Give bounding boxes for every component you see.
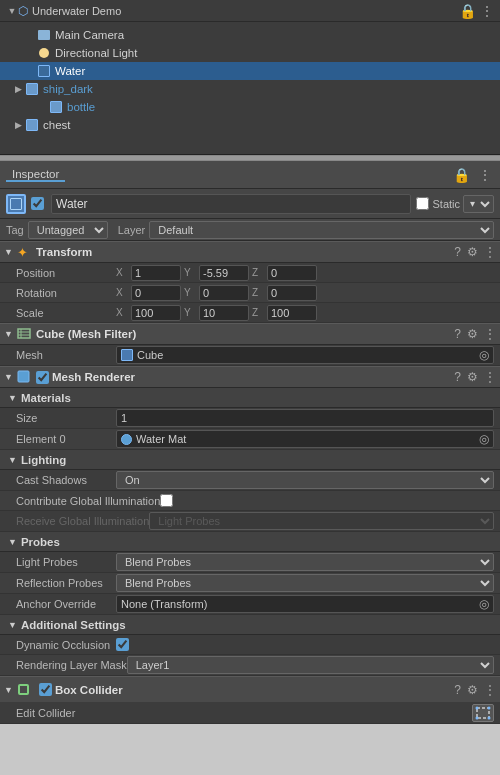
edit-collider-button[interactable] <box>472 704 494 722</box>
mesh-ref-icon <box>121 349 133 361</box>
mesh-filter-help-icon[interactable]: ? <box>454 327 461 341</box>
element0-select-btn[interactable]: ◎ <box>479 432 489 446</box>
mesh-renderer-icon <box>16 369 32 385</box>
ship-arrow[interactable]: ▶ <box>12 84 24 94</box>
chest-arrow[interactable]: ▶ <box>12 120 24 130</box>
element0-text: Water Mat <box>136 433 475 445</box>
box-collider-more-icon[interactable]: ⋮ <box>484 683 496 697</box>
transform-section-header[interactable]: ▼ Transform ? ⚙ ⋮ <box>0 241 500 263</box>
object-name-input[interactable] <box>51 194 411 214</box>
tag-layer-row: Tag Untagged Layer Default <box>0 219 500 241</box>
lighting-subsection[interactable]: ▼ Lighting <box>0 450 500 470</box>
static-checkbox[interactable] <box>416 197 429 210</box>
water-label: Water <box>55 65 85 77</box>
mesh-filter-section-header[interactable]: ▼ Cube (Mesh Filter) ? ⚙ ⋮ <box>0 323 500 345</box>
receive-gi-select[interactable]: Light Probes <box>149 512 494 530</box>
lighting-arrow: ▼ <box>8 455 17 465</box>
cast-shadows-row: Cast Shadows On <box>0 470 500 491</box>
contrib-gi-checkbox[interactable] <box>160 494 173 507</box>
additional-settings-title: Additional Settings <box>21 619 126 631</box>
lighting-title: Lighting <box>21 454 66 466</box>
inspector-toolbar: 🔒 ⋮ <box>451 167 494 183</box>
svg-point-8 <box>476 716 479 719</box>
dynamic-occlusion-checkbox[interactable] <box>116 638 129 651</box>
additional-settings-subsection[interactable]: ▼ Additional Settings <box>0 615 500 635</box>
mesh-renderer-section-header[interactable]: ▼ Mesh Renderer ? ⚙ ⋮ <box>0 366 500 388</box>
object-active-checkbox[interactable] <box>31 197 44 210</box>
mesh-renderer-more-icon[interactable]: ⋮ <box>484 370 496 384</box>
anchor-override-label: Anchor Override <box>16 598 116 610</box>
rotation-fields: X Y Z <box>116 285 494 301</box>
size-row: Size <box>0 408 500 429</box>
rotation-y-input[interactable] <box>199 285 249 301</box>
transform-arrow: ▼ <box>4 247 13 257</box>
tree-item-ship-dark[interactable]: ▶ ship_dark <box>0 80 500 98</box>
light-probes-label: Light Probes <box>16 556 116 568</box>
size-input[interactable] <box>116 409 494 427</box>
anchor-override-select-btn[interactable]: ◎ <box>479 597 489 611</box>
tree-item-chest[interactable]: ▶ chest <box>0 116 500 134</box>
mesh-filter-actions: ? ⚙ ⋮ <box>454 327 496 341</box>
water-cube-icon <box>36 63 52 79</box>
mesh-ref-text: Cube <box>137 349 475 361</box>
reflection-probes-select[interactable]: Blend Probes <box>116 574 494 592</box>
position-z-input[interactable] <box>267 265 317 281</box>
edit-collider-row: Edit Collider <box>0 702 500 724</box>
tree-item-directional-light[interactable]: Directional Light <box>0 44 500 62</box>
mesh-renderer-checkbox[interactable] <box>36 371 49 384</box>
additional-arrow: ▼ <box>8 620 17 630</box>
scene-expand-arrow[interactable]: ▼ <box>6 6 18 16</box>
transform-help-icon[interactable]: ? <box>454 245 461 259</box>
inspector-tab[interactable]: Inspector <box>6 168 65 182</box>
position-row: Position X Y Z <box>0 263 500 283</box>
transform-more-icon[interactable]: ⋮ <box>484 245 496 259</box>
contrib-gi-row: Contribute Global Illumination <box>0 491 500 511</box>
mesh-renderer-settings-icon[interactable]: ⚙ <box>467 370 478 384</box>
scale-fields: X Y Z <box>116 305 494 321</box>
position-x-input[interactable] <box>131 265 181 281</box>
mesh-filter-settings-icon[interactable]: ⚙ <box>467 327 478 341</box>
lock-icon[interactable]: 🔒 <box>451 167 472 183</box>
cast-shadows-select[interactable]: On <box>116 471 494 489</box>
transform-title: Transform <box>36 246 454 258</box>
rotation-x-input[interactable] <box>131 285 181 301</box>
box-collider-section-header[interactable]: ▼ Box Collider ? ⚙ ⋮ <box>0 676 500 702</box>
probes-subsection[interactable]: ▼ Probes <box>0 532 500 552</box>
reflection-probes-label: Reflection Probes <box>16 577 116 589</box>
scale-label: Scale <box>16 307 116 319</box>
element0-label: Element 0 <box>16 433 116 445</box>
mesh-renderer-actions: ? ⚙ ⋮ <box>454 370 496 384</box>
scale-x-input[interactable] <box>131 305 181 321</box>
box-collider-help-icon[interactable]: ? <box>454 683 461 697</box>
anchor-override-text: None (Transform) <box>121 598 475 610</box>
mesh-ref-select-btn[interactable]: ◎ <box>479 348 489 362</box>
contrib-gi-label: Contribute Global Illumination <box>16 495 160 507</box>
tree-item-bottle[interactable]: bottle <box>0 98 500 116</box>
static-dropdown[interactable]: ▾ <box>463 195 494 213</box>
scene-lock-icon[interactable]: 🔒 <box>459 3 476 19</box>
light-probes-select[interactable]: Blend Probes <box>116 553 494 571</box>
rendering-layer-select[interactable]: Layer1 <box>127 656 494 674</box>
materials-subsection[interactable]: ▼ Materials <box>0 388 500 408</box>
size-label: Size <box>16 412 116 424</box>
edit-collider-label: Edit Collider <box>16 707 472 719</box>
scene-menu-icon[interactable]: ⋮ <box>480 3 494 19</box>
tag-select[interactable]: Untagged <box>28 221 108 239</box>
scale-z-label: Z <box>252 307 264 318</box>
mesh-filter-more-icon[interactable]: ⋮ <box>484 327 496 341</box>
box-collider-checkbox[interactable] <box>39 683 52 696</box>
scale-y-input[interactable] <box>199 305 249 321</box>
scale-z-input[interactable] <box>267 305 317 321</box>
box-collider-settings-icon[interactable]: ⚙ <box>467 683 478 697</box>
mesh-renderer-help-icon[interactable]: ? <box>454 370 461 384</box>
rot-x-label: X <box>116 287 128 298</box>
rotation-z-input[interactable] <box>267 285 317 301</box>
pos-z-label: Z <box>252 267 264 278</box>
menu-icon[interactable]: ⋮ <box>476 167 494 183</box>
position-y-input[interactable] <box>199 265 249 281</box>
transform-settings-icon[interactable]: ⚙ <box>467 245 478 259</box>
layer-select[interactable]: Default <box>149 221 494 239</box>
tree-item-main-camera[interactable]: Main Camera <box>0 26 500 44</box>
tree-item-water[interactable]: Water <box>0 62 500 80</box>
rot-z-label: Z <box>252 287 264 298</box>
